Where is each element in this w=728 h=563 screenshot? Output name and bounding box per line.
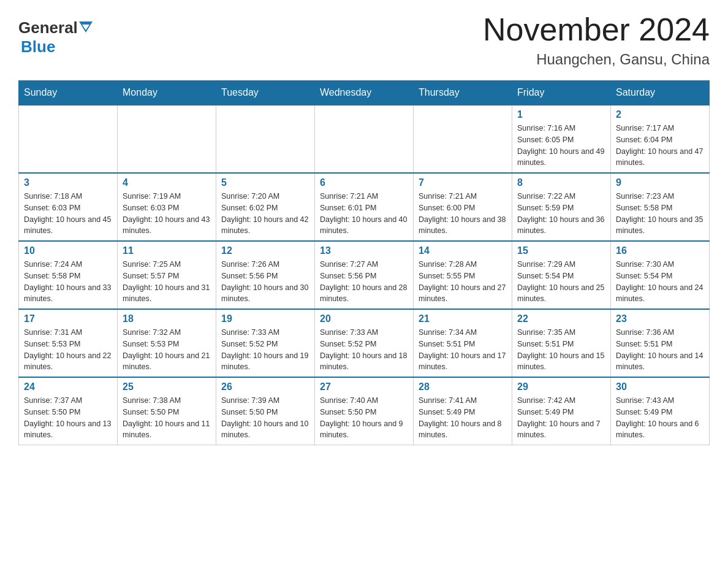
day-cell: 19Sunrise: 7:33 AM Sunset: 5:52 PM Dayli… <box>216 309 315 377</box>
day-number: 25 <box>123 381 211 393</box>
day-number: 28 <box>419 381 507 393</box>
day-info: Sunrise: 7:33 AM Sunset: 5:52 PM Dayligh… <box>320 327 408 373</box>
day-number: 6 <box>320 177 408 188</box>
day-info: Sunrise: 7:42 AM Sunset: 5:49 PM Dayligh… <box>517 395 605 441</box>
day-number: 22 <box>517 313 605 324</box>
day-info: Sunrise: 7:41 AM Sunset: 5:49 PM Dayligh… <box>419 395 507 441</box>
day-cell: 23Sunrise: 7:36 AM Sunset: 5:51 PM Dayli… <box>611 309 710 377</box>
day-number: 5 <box>221 177 309 188</box>
weekday-header-wednesday: Wednesday <box>315 81 414 105</box>
day-number: 9 <box>616 177 704 188</box>
day-info: Sunrise: 7:21 AM Sunset: 6:01 PM Dayligh… <box>320 191 408 237</box>
weekday-header-sunday: Sunday <box>19 81 118 105</box>
day-cell: 8Sunrise: 7:22 AM Sunset: 5:59 PM Daylig… <box>512 173 611 241</box>
logo-arrow-icon <box>79 21 93 35</box>
day-info: Sunrise: 7:28 AM Sunset: 5:55 PM Dayligh… <box>419 259 507 305</box>
day-info: Sunrise: 7:16 AM Sunset: 6:05 PM Dayligh… <box>517 123 605 169</box>
day-info: Sunrise: 7:31 AM Sunset: 5:53 PM Dayligh… <box>24 327 112 373</box>
month-title: November 2024 <box>483 12 710 47</box>
week-row-4: 17Sunrise: 7:31 AM Sunset: 5:53 PM Dayli… <box>19 309 710 377</box>
day-cell: 16Sunrise: 7:30 AM Sunset: 5:54 PM Dayli… <box>611 241 710 309</box>
day-number: 18 <box>123 313 211 324</box>
day-cell: 11Sunrise: 7:25 AM Sunset: 5:57 PM Dayli… <box>118 241 216 309</box>
day-cell <box>315 105 414 173</box>
weekday-header-tuesday: Tuesday <box>216 81 315 105</box>
weekday-header-friday: Friday <box>512 81 611 105</box>
day-cell: 24Sunrise: 7:37 AM Sunset: 5:50 PM Dayli… <box>19 377 118 445</box>
day-cell: 25Sunrise: 7:38 AM Sunset: 5:50 PM Dayli… <box>118 377 216 445</box>
day-info: Sunrise: 7:37 AM Sunset: 5:50 PM Dayligh… <box>24 395 112 441</box>
day-number: 14 <box>419 245 507 256</box>
page-header: General Blue November 2024 Huangchen, Ga… <box>18 12 710 68</box>
day-cell: 28Sunrise: 7:41 AM Sunset: 5:49 PM Dayli… <box>414 377 512 445</box>
day-cell: 20Sunrise: 7:33 AM Sunset: 5:52 PM Dayli… <box>315 309 414 377</box>
day-cell <box>118 105 216 173</box>
day-cell: 2Sunrise: 7:17 AM Sunset: 6:04 PM Daylig… <box>611 105 710 173</box>
logo-blue-text: Blue <box>21 37 55 56</box>
day-info: Sunrise: 7:26 AM Sunset: 5:56 PM Dayligh… <box>221 259 309 305</box>
day-info: Sunrise: 7:25 AM Sunset: 5:57 PM Dayligh… <box>123 259 211 305</box>
day-info: Sunrise: 7:33 AM Sunset: 5:52 PM Dayligh… <box>221 327 309 373</box>
day-info: Sunrise: 7:23 AM Sunset: 5:58 PM Dayligh… <box>616 191 704 237</box>
day-number: 23 <box>616 313 704 324</box>
day-info: Sunrise: 7:35 AM Sunset: 5:51 PM Dayligh… <box>517 327 605 373</box>
day-number: 7 <box>419 177 507 188</box>
day-info: Sunrise: 7:32 AM Sunset: 5:53 PM Dayligh… <box>123 327 211 373</box>
weekday-header-monday: Monday <box>118 81 216 105</box>
day-cell: 7Sunrise: 7:21 AM Sunset: 6:00 PM Daylig… <box>414 173 512 241</box>
day-cell: 26Sunrise: 7:39 AM Sunset: 5:50 PM Dayli… <box>216 377 315 445</box>
day-info: Sunrise: 7:19 AM Sunset: 6:03 PM Dayligh… <box>123 191 211 237</box>
day-cell: 10Sunrise: 7:24 AM Sunset: 5:58 PM Dayli… <box>19 241 118 309</box>
day-cell: 27Sunrise: 7:40 AM Sunset: 5:50 PM Dayli… <box>315 377 414 445</box>
day-info: Sunrise: 7:21 AM Sunset: 6:00 PM Dayligh… <box>419 191 507 237</box>
day-cell: 14Sunrise: 7:28 AM Sunset: 5:55 PM Dayli… <box>414 241 512 309</box>
day-number: 16 <box>616 245 704 256</box>
weekday-header-saturday: Saturday <box>611 81 710 105</box>
day-number: 4 <box>123 177 211 188</box>
week-row-2: 3Sunrise: 7:18 AM Sunset: 6:03 PM Daylig… <box>19 173 710 241</box>
day-number: 12 <box>221 245 309 256</box>
day-number: 15 <box>517 245 605 256</box>
weekday-header-row: SundayMondayTuesdayWednesdayThursdayFrid… <box>19 81 710 105</box>
day-cell: 13Sunrise: 7:27 AM Sunset: 5:56 PM Dayli… <box>315 241 414 309</box>
day-number: 13 <box>320 245 408 256</box>
day-cell: 6Sunrise: 7:21 AM Sunset: 6:01 PM Daylig… <box>315 173 414 241</box>
calendar-table: SundayMondayTuesdayWednesdayThursdayFrid… <box>18 80 710 445</box>
day-cell: 5Sunrise: 7:20 AM Sunset: 6:02 PM Daylig… <box>216 173 315 241</box>
day-info: Sunrise: 7:20 AM Sunset: 6:02 PM Dayligh… <box>221 191 309 237</box>
day-cell: 30Sunrise: 7:43 AM Sunset: 5:49 PM Dayli… <box>611 377 710 445</box>
day-number: 26 <box>221 381 309 393</box>
day-info: Sunrise: 7:29 AM Sunset: 5:54 PM Dayligh… <box>517 259 605 305</box>
week-row-5: 24Sunrise: 7:37 AM Sunset: 5:50 PM Dayli… <box>19 377 710 445</box>
day-info: Sunrise: 7:39 AM Sunset: 5:50 PM Dayligh… <box>221 395 309 441</box>
day-cell: 3Sunrise: 7:18 AM Sunset: 6:03 PM Daylig… <box>19 173 118 241</box>
logo-general-text: General <box>18 18 78 37</box>
weekday-header-thursday: Thursday <box>414 81 512 105</box>
week-row-1: 1Sunrise: 7:16 AM Sunset: 6:05 PM Daylig… <box>19 105 710 173</box>
day-info: Sunrise: 7:18 AM Sunset: 6:03 PM Dayligh… <box>24 191 112 237</box>
day-cell: 12Sunrise: 7:26 AM Sunset: 5:56 PM Dayli… <box>216 241 315 309</box>
day-number: 29 <box>517 381 605 393</box>
day-info: Sunrise: 7:43 AM Sunset: 5:49 PM Dayligh… <box>616 395 704 441</box>
day-info: Sunrise: 7:24 AM Sunset: 5:58 PM Dayligh… <box>24 259 112 305</box>
day-number: 3 <box>24 177 112 188</box>
day-info: Sunrise: 7:40 AM Sunset: 5:50 PM Dayligh… <box>320 395 408 441</box>
day-info: Sunrise: 7:30 AM Sunset: 5:54 PM Dayligh… <box>616 259 704 305</box>
day-cell: 29Sunrise: 7:42 AM Sunset: 5:49 PM Dayli… <box>512 377 611 445</box>
day-number: 24 <box>24 381 112 393</box>
day-cell: 17Sunrise: 7:31 AM Sunset: 5:53 PM Dayli… <box>19 309 118 377</box>
day-info: Sunrise: 7:36 AM Sunset: 5:51 PM Dayligh… <box>616 327 704 373</box>
day-number: 1 <box>517 109 605 120</box>
day-cell: 21Sunrise: 7:34 AM Sunset: 5:51 PM Dayli… <box>414 309 512 377</box>
day-number: 17 <box>24 313 112 324</box>
logo: General Blue <box>18 18 93 56</box>
location-title: Huangchen, Gansu, China <box>483 51 710 68</box>
day-number: 27 <box>320 381 408 393</box>
day-cell: 4Sunrise: 7:19 AM Sunset: 6:03 PM Daylig… <box>118 173 216 241</box>
day-number: 2 <box>616 109 704 120</box>
week-row-3: 10Sunrise: 7:24 AM Sunset: 5:58 PM Dayli… <box>19 241 710 309</box>
day-cell <box>216 105 315 173</box>
day-info: Sunrise: 7:17 AM Sunset: 6:04 PM Dayligh… <box>616 123 704 169</box>
day-number: 30 <box>616 381 704 393</box>
day-cell: 9Sunrise: 7:23 AM Sunset: 5:58 PM Daylig… <box>611 173 710 241</box>
